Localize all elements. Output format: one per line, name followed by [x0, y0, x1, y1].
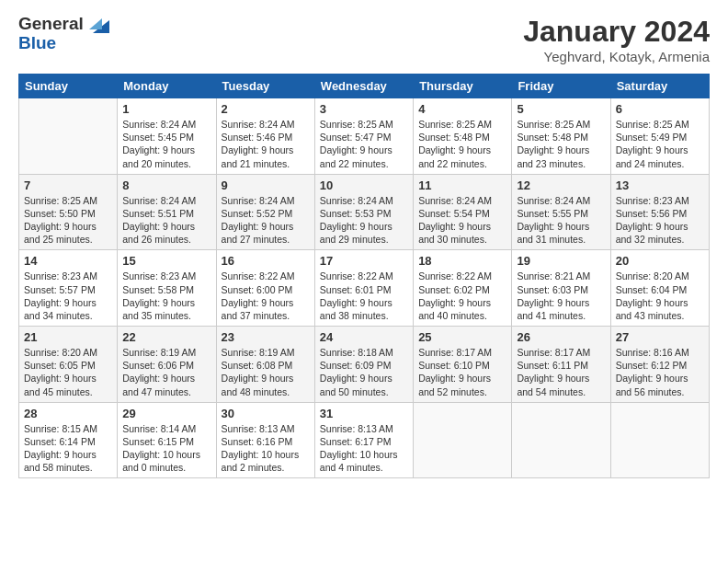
- logo-general: General: [18, 14, 84, 33]
- day-number: 28: [24, 407, 112, 420]
- table-row: [19, 98, 118, 175]
- day-number: 15: [122, 254, 210, 268]
- day-content: Sunrise: 8:25 AM Sunset: 5:48 PM Dayligh…: [517, 118, 605, 170]
- table-row: 28Sunrise: 8:15 AM Sunset: 6:14 PM Dayli…: [19, 402, 118, 478]
- day-content: Sunrise: 8:13 AM Sunset: 6:16 PM Dayligh…: [222, 422, 310, 475]
- col-sunday: Sunday: [19, 75, 118, 98]
- calendar-week-row: 21Sunrise: 8:20 AM Sunset: 6:05 PM Dayli…: [19, 327, 710, 403]
- table-row: 14Sunrise: 8:23 AM Sunset: 5:57 PM Dayli…: [19, 250, 118, 327]
- table-row: 21Sunrise: 8:20 AM Sunset: 6:05 PM Dayli…: [19, 327, 118, 403]
- day-content: Sunrise: 8:19 AM Sunset: 6:06 PM Dayligh…: [122, 346, 210, 398]
- table-row: 2Sunrise: 8:24 AM Sunset: 5:46 PM Daylig…: [216, 98, 314, 175]
- day-content: Sunrise: 8:25 AM Sunset: 5:50 PM Dayligh…: [24, 194, 112, 247]
- day-content: Sunrise: 8:20 AM Sunset: 6:04 PM Dayligh…: [616, 270, 704, 322]
- table-row: 11Sunrise: 8:24 AM Sunset: 5:54 PM Dayli…: [414, 174, 512, 250]
- table-row: 27Sunrise: 8:16 AM Sunset: 6:12 PM Dayli…: [610, 327, 709, 403]
- table-row: 5Sunrise: 8:25 AM Sunset: 5:48 PM Daylig…: [512, 98, 610, 175]
- calendar-table: Sunday Monday Tuesday Wednesday Thursday…: [18, 74, 710, 478]
- table-row: [414, 402, 512, 478]
- day-content: Sunrise: 8:24 AM Sunset: 5:53 PM Dayligh…: [320, 194, 408, 247]
- calendar-week-row: 28Sunrise: 8:15 AM Sunset: 6:14 PM Dayli…: [19, 402, 710, 478]
- day-content: Sunrise: 8:25 AM Sunset: 5:49 PM Dayligh…: [616, 118, 704, 170]
- table-row: 12Sunrise: 8:24 AM Sunset: 5:55 PM Dayli…: [512, 174, 610, 250]
- table-row: 1Sunrise: 8:24 AM Sunset: 5:45 PM Daylig…: [118, 98, 216, 175]
- day-number: 31: [320, 407, 408, 420]
- day-content: Sunrise: 8:25 AM Sunset: 5:48 PM Dayligh…: [418, 118, 506, 170]
- calendar-week-row: 14Sunrise: 8:23 AM Sunset: 5:57 PM Dayli…: [19, 250, 710, 327]
- day-number: 6: [616, 102, 704, 116]
- table-row: 7Sunrise: 8:25 AM Sunset: 5:50 PM Daylig…: [19, 174, 118, 250]
- day-content: Sunrise: 8:14 AM Sunset: 6:15 PM Dayligh…: [122, 422, 210, 475]
- table-row: 25Sunrise: 8:17 AM Sunset: 6:10 PM Dayli…: [414, 327, 512, 403]
- day-content: Sunrise: 8:25 AM Sunset: 5:47 PM Dayligh…: [320, 118, 408, 170]
- day-number: 4: [418, 102, 506, 116]
- calendar-header-row: Sunday Monday Tuesday Wednesday Thursday…: [19, 75, 710, 98]
- table-row: 30Sunrise: 8:13 AM Sunset: 6:16 PM Dayli…: [216, 402, 314, 478]
- day-number: 8: [122, 178, 210, 192]
- page-container: General Blue January 2024 Yeghvard, Kota…: [0, 0, 728, 488]
- table-row: 24Sunrise: 8:18 AM Sunset: 6:09 PM Dayli…: [314, 327, 413, 403]
- table-row: [512, 402, 610, 478]
- col-friday: Friday: [512, 75, 610, 98]
- logo-blue: Blue: [18, 34, 109, 52]
- day-number: 24: [320, 330, 408, 344]
- day-content: Sunrise: 8:19 AM Sunset: 6:08 PM Dayligh…: [222, 346, 310, 398]
- day-number: 7: [24, 178, 112, 192]
- day-number: 19: [517, 254, 605, 268]
- table-row: 16Sunrise: 8:22 AM Sunset: 6:00 PM Dayli…: [216, 250, 314, 327]
- table-row: [610, 402, 709, 478]
- day-number: 30: [222, 407, 310, 420]
- day-content: Sunrise: 8:18 AM Sunset: 6:09 PM Dayligh…: [320, 346, 408, 398]
- location: Yeghvard, Kotayk, Armenia: [523, 49, 710, 64]
- day-content: Sunrise: 8:24 AM Sunset: 5:55 PM Dayligh…: [517, 194, 605, 247]
- col-thursday: Thursday: [414, 75, 512, 98]
- day-content: Sunrise: 8:24 AM Sunset: 5:46 PM Dayligh…: [222, 118, 310, 170]
- table-row: 3Sunrise: 8:25 AM Sunset: 5:47 PM Daylig…: [314, 98, 413, 175]
- table-row: 6Sunrise: 8:25 AM Sunset: 5:49 PM Daylig…: [610, 98, 709, 175]
- day-content: Sunrise: 8:22 AM Sunset: 6:01 PM Dayligh…: [320, 270, 408, 322]
- calendar-week-row: 7Sunrise: 8:25 AM Sunset: 5:50 PM Daylig…: [19, 174, 710, 250]
- table-row: 17Sunrise: 8:22 AM Sunset: 6:01 PM Dayli…: [314, 250, 413, 327]
- table-row: 29Sunrise: 8:14 AM Sunset: 6:15 PM Dayli…: [118, 402, 216, 478]
- table-row: 10Sunrise: 8:24 AM Sunset: 5:53 PM Dayli…: [314, 174, 413, 250]
- table-row: 13Sunrise: 8:23 AM Sunset: 5:56 PM Dayli…: [610, 174, 709, 250]
- day-number: 3: [320, 102, 408, 116]
- month-title: January 2024: [523, 15, 710, 49]
- day-number: 9: [222, 178, 310, 192]
- day-number: 25: [418, 330, 506, 344]
- day-number: 17: [320, 254, 408, 268]
- day-content: Sunrise: 8:24 AM Sunset: 5:51 PM Dayligh…: [122, 194, 210, 247]
- day-number: 29: [122, 407, 210, 420]
- day-number: 27: [616, 330, 704, 344]
- day-number: 13: [616, 178, 704, 192]
- calendar-week-row: 1Sunrise: 8:24 AM Sunset: 5:45 PM Daylig…: [19, 98, 710, 175]
- day-number: 26: [517, 330, 605, 344]
- table-row: 18Sunrise: 8:22 AM Sunset: 6:02 PM Dayli…: [414, 250, 512, 327]
- day-number: 11: [418, 178, 506, 192]
- table-row: 4Sunrise: 8:25 AM Sunset: 5:48 PM Daylig…: [414, 98, 512, 175]
- day-number: 1: [122, 102, 210, 116]
- day-number: 20: [616, 254, 704, 268]
- page-header: General Blue January 2024 Yeghvard, Kota…: [18, 15, 710, 64]
- table-row: 26Sunrise: 8:17 AM Sunset: 6:11 PM Dayli…: [512, 327, 610, 403]
- day-content: Sunrise: 8:24 AM Sunset: 5:52 PM Dayligh…: [222, 194, 310, 247]
- day-content: Sunrise: 8:17 AM Sunset: 6:10 PM Dayligh…: [418, 346, 506, 398]
- day-number: 23: [222, 330, 310, 344]
- table-row: 8Sunrise: 8:24 AM Sunset: 5:51 PM Daylig…: [118, 174, 216, 250]
- table-row: 22Sunrise: 8:19 AM Sunset: 6:06 PM Dayli…: [118, 327, 216, 403]
- day-content: Sunrise: 8:21 AM Sunset: 6:03 PM Dayligh…: [517, 270, 605, 322]
- day-content: Sunrise: 8:23 AM Sunset: 5:57 PM Dayligh…: [24, 270, 112, 322]
- day-content: Sunrise: 8:22 AM Sunset: 6:02 PM Dayligh…: [418, 270, 506, 322]
- day-content: Sunrise: 8:22 AM Sunset: 6:00 PM Dayligh…: [222, 270, 310, 322]
- day-content: Sunrise: 8:24 AM Sunset: 5:45 PM Dayligh…: [122, 118, 210, 170]
- day-number: 14: [24, 254, 112, 268]
- table-row: 23Sunrise: 8:19 AM Sunset: 6:08 PM Dayli…: [216, 327, 314, 403]
- day-number: 10: [320, 178, 408, 192]
- table-row: 9Sunrise: 8:24 AM Sunset: 5:52 PM Daylig…: [216, 174, 314, 250]
- table-row: 20Sunrise: 8:20 AM Sunset: 6:04 PM Dayli…: [610, 250, 709, 327]
- day-content: Sunrise: 8:23 AM Sunset: 5:56 PM Dayligh…: [616, 194, 704, 247]
- day-number: 5: [517, 102, 605, 116]
- logo: General Blue: [18, 15, 109, 52]
- day-content: Sunrise: 8:13 AM Sunset: 6:17 PM Dayligh…: [320, 422, 408, 475]
- col-tuesday: Tuesday: [216, 75, 314, 98]
